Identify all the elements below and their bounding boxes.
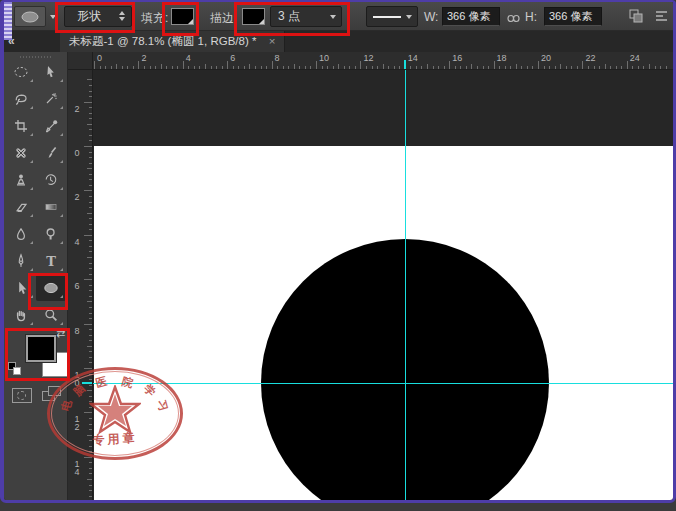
spot-healing-icon bbox=[13, 145, 29, 161]
ruler-tick bbox=[616, 66, 617, 69]
tool-brush[interactable] bbox=[36, 139, 66, 166]
tool-history-brush[interactable] bbox=[36, 166, 66, 193]
ruler-tick bbox=[89, 473, 92, 474]
ruler-tick bbox=[338, 64, 339, 69]
ruler-tick bbox=[183, 61, 184, 69]
ruler-tick bbox=[87, 301, 92, 302]
tool-crop[interactable] bbox=[6, 112, 36, 139]
page-background: 形状 填充: 描边: 3 点 W: 366 像素 H: 366 像素 bbox=[0, 0, 676, 511]
annotation-box-stroke bbox=[234, 2, 350, 36]
ruler-tick bbox=[84, 190, 92, 191]
path-alignment-button[interactable] bbox=[654, 8, 674, 26]
ruler-tick bbox=[627, 61, 628, 69]
ruler-tick bbox=[87, 79, 92, 80]
ruler-tick bbox=[277, 66, 278, 69]
ruler-tick bbox=[599, 66, 600, 69]
ruler-tick bbox=[89, 163, 92, 164]
tab-close-button[interactable]: × bbox=[269, 35, 276, 47]
ruler-tick bbox=[89, 196, 92, 197]
horizontal-ruler[interactable]: 024681012141618202224 bbox=[93, 52, 673, 70]
ruler-tick bbox=[133, 66, 134, 69]
ruler-tick bbox=[316, 61, 317, 69]
ruler-tick bbox=[89, 357, 92, 358]
ruler-label: 2 bbox=[72, 105, 82, 113]
ruler-tick bbox=[294, 64, 295, 69]
elliptical-marquee-icon bbox=[13, 64, 29, 80]
ruler-tick bbox=[127, 66, 128, 69]
tool-preset-button[interactable] bbox=[14, 6, 46, 27]
ruler-tick bbox=[89, 129, 92, 130]
tool-pen[interactable] bbox=[6, 247, 36, 274]
ruler-tick bbox=[87, 479, 92, 480]
ruler-tick bbox=[449, 61, 450, 69]
ruler-tick bbox=[89, 174, 92, 175]
link-dimensions-icon[interactable] bbox=[506, 10, 526, 28]
ruler-tick bbox=[255, 66, 256, 69]
tool-type[interactable]: T bbox=[36, 247, 66, 274]
ruler-tick bbox=[89, 496, 92, 497]
ruler-tick bbox=[383, 64, 384, 69]
tool-gradient[interactable] bbox=[36, 193, 66, 220]
tool-spot-healing[interactable] bbox=[6, 139, 36, 166]
ruler-label: 14 bbox=[72, 460, 82, 476]
ruler-tick bbox=[322, 66, 323, 69]
vertical-guide[interactable] bbox=[405, 70, 406, 500]
ruler-tick bbox=[89, 468, 92, 469]
path-operations-button[interactable] bbox=[628, 8, 648, 26]
ruler-tick bbox=[205, 64, 206, 69]
ruler-tick bbox=[89, 318, 92, 319]
ruler-tick bbox=[188, 66, 189, 69]
ruler-tick bbox=[494, 61, 495, 69]
ruler-label: 22 bbox=[585, 53, 595, 63]
ruler-tick bbox=[272, 61, 273, 69]
shape-height-field[interactable]: 366 像素 bbox=[544, 7, 602, 26]
ruler-tick bbox=[249, 64, 250, 69]
magic-wand-icon bbox=[43, 91, 59, 107]
ruler-tick bbox=[571, 66, 572, 69]
ruler-tick bbox=[89, 329, 92, 330]
ruler-tick bbox=[471, 64, 472, 69]
ruler-tick bbox=[444, 66, 445, 69]
ruler-tick bbox=[360, 61, 361, 69]
ruler-tick bbox=[87, 124, 92, 125]
ruler-tick bbox=[399, 66, 400, 69]
ruler-tick bbox=[660, 66, 661, 69]
ruler-tick bbox=[333, 66, 334, 69]
ruler-label: 24 bbox=[630, 53, 640, 63]
shape-width-field[interactable]: 366 像素 bbox=[442, 7, 500, 26]
ruler-tick bbox=[305, 66, 306, 69]
ruler-label: 4 bbox=[72, 238, 82, 246]
tool-move[interactable] bbox=[36, 58, 66, 85]
ruler-tick bbox=[89, 296, 92, 297]
ruler-tick bbox=[89, 268, 92, 269]
tool-eyedropper[interactable] bbox=[36, 112, 66, 139]
tool-dodge[interactable] bbox=[36, 220, 66, 247]
ruler-tick bbox=[194, 66, 195, 69]
ruler-tick bbox=[521, 66, 522, 69]
ruler-tick bbox=[87, 213, 92, 214]
ruler-tick bbox=[87, 346, 92, 347]
tool-blur[interactable] bbox=[6, 220, 36, 247]
tool-clone-stamp[interactable] bbox=[6, 166, 36, 193]
tool-eraser[interactable] bbox=[6, 193, 36, 220]
tool-lasso[interactable] bbox=[6, 85, 36, 112]
ruler-tick bbox=[89, 135, 92, 136]
stroke-style-dropdown[interactable] bbox=[366, 6, 418, 27]
ruler-tick bbox=[177, 66, 178, 69]
ruler-tick bbox=[421, 66, 422, 69]
ruler-tick bbox=[89, 462, 92, 463]
tool-magic-wand[interactable] bbox=[36, 85, 66, 112]
ruler-corner[interactable] bbox=[68, 52, 93, 70]
ruler-tick bbox=[505, 66, 506, 69]
ruler-tick bbox=[89, 313, 92, 314]
ruler-tick bbox=[89, 290, 92, 291]
ruler-tick bbox=[211, 66, 212, 69]
ruler-tick bbox=[172, 66, 173, 69]
pen-icon bbox=[13, 253, 29, 269]
tool-elliptical-marquee[interactable] bbox=[6, 58, 36, 85]
ruler-label: 8 bbox=[72, 327, 82, 335]
ruler-tick bbox=[238, 66, 239, 69]
annotation-box-color-swatches bbox=[5, 328, 70, 381]
quick-mask-button[interactable] bbox=[12, 388, 32, 403]
ruler-tick bbox=[116, 64, 117, 69]
